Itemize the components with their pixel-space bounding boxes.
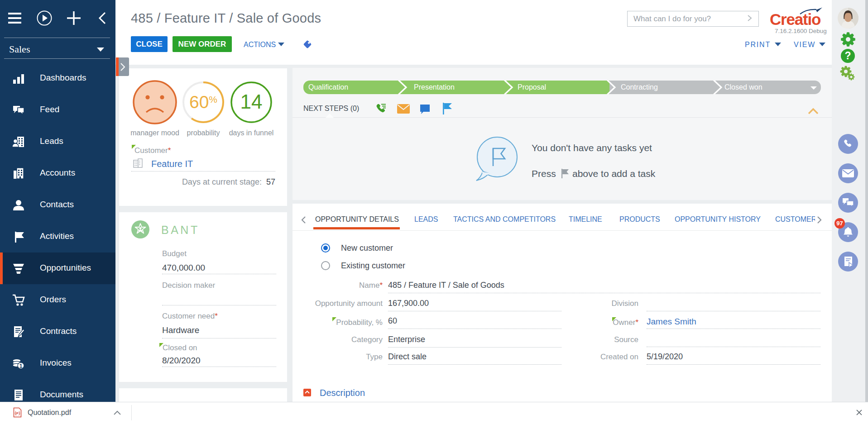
svg-text:P: P	[16, 411, 19, 415]
svg-text:1: 1	[19, 363, 23, 369]
